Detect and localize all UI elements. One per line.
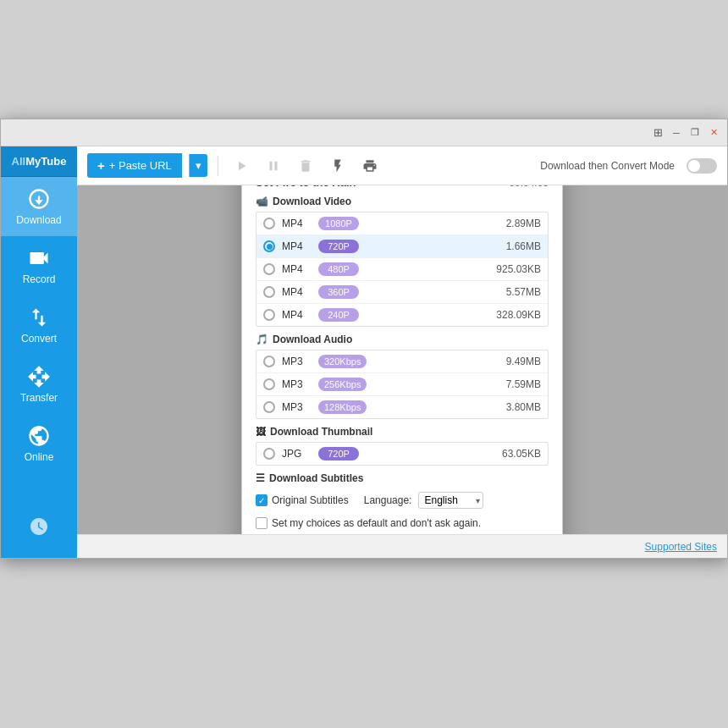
format-name-240p: MP4	[282, 309, 312, 321]
language-select[interactable]: English Spanish French German Japanese C…	[418, 492, 483, 509]
default-choices-checkbox[interactable]	[256, 517, 267, 529]
paste-url-button[interactable]: + + Paste URL	[87, 153, 182, 178]
thumbnail-format-list[interactable]: JPG 720P 63.05KB	[256, 442, 549, 466]
boost-button[interactable]	[325, 155, 350, 177]
pause-button[interactable]	[261, 155, 286, 177]
format-row-jpg-720[interactable]: JPG 720P 63.05KB	[256, 443, 548, 465]
sidebar-item-online[interactable]: Online	[1, 414, 77, 473]
format-size-480p: 925.03KB	[496, 263, 541, 275]
subtitles-row: ✓ Original Subtitles Language: English S…	[256, 488, 549, 512]
format-quality-mp3-320: 320Kbps	[318, 355, 367, 368]
video-title: Set Fire to the Rain	[256, 185, 356, 189]
format-row-mp4-360p[interactable]: MP4 360P 5.57MB	[256, 281, 548, 304]
format-name-360p: MP4	[282, 286, 312, 298]
format-quality-jpg: 720P	[318, 447, 359, 461]
format-row-mp3-256[interactable]: MP3 256Kbps 7.59MB	[256, 373, 548, 396]
sidebar: AllMyTube Download Record Convert Transf…	[1, 146, 77, 558]
sidebar-item-record-label: Record	[23, 273, 56, 285]
video-format-list[interactable]: MP4 1080P 2.89MB MP4 720P 1.66MB	[256, 212, 549, 327]
video-section-label: Download Video	[273, 196, 351, 207]
bolt-icon	[330, 158, 345, 174]
convert-button[interactable]	[357, 155, 383, 177]
format-size-720p: 1.66MB	[506, 240, 541, 252]
transfer-nav-icon	[27, 365, 51, 389]
section-audio-header: 🎵 Download Audio	[256, 334, 549, 345]
sidebar-item-record[interactable]: Record	[1, 236, 77, 295]
trash-icon	[298, 158, 313, 174]
default-choices-text: Set my choices as default and don't ask …	[272, 517, 481, 529]
video-title-row: Set Fire to the Rain 00:04:03	[256, 185, 549, 189]
format-size-jpg: 63.05KB	[502, 448, 541, 460]
minimize-button[interactable]: ─	[670, 126, 683, 140]
download-nav-icon	[27, 187, 51, 211]
original-subtitles-label[interactable]: ✓ Original Subtitles	[256, 494, 349, 506]
toolbar-separator-1	[218, 156, 218, 176]
supported-sites-link[interactable]: Supported Sites	[645, 541, 717, 553]
radio-mp4-1080p[interactable]	[263, 218, 275, 229]
record-nav-icon	[27, 246, 51, 270]
original-subtitles-text: Original Subtitles	[272, 494, 349, 506]
clock-icon[interactable]	[20, 508, 58, 549]
close-button[interactable]: ✕	[707, 126, 720, 140]
thumbnail-section-icon: 🖼	[256, 426, 266, 438]
radio-mp3-320[interactable]	[263, 356, 275, 367]
restore-button[interactable]: ❐	[688, 126, 702, 140]
format-quality-1080p: 1080P	[318, 217, 359, 230]
sidebar-item-transfer[interactable]: Transfer	[1, 355, 77, 414]
app-logo: AllMyTube	[1, 146, 77, 177]
format-size-1080p: 2.89MB	[506, 218, 541, 229]
sidebar-item-online-label: Online	[25, 451, 54, 463]
sidebar-item-download-label: Download	[16, 214, 61, 226]
radio-mp3-256[interactable]	[263, 378, 275, 390]
original-subtitles-checkbox[interactable]: ✓	[256, 494, 267, 506]
section-subtitles-header: ☰ Download Subtitles	[256, 472, 549, 484]
default-choices-label[interactable]: Set my choices as default and don't ask …	[256, 517, 481, 529]
section-video-header: 📹 Download Video	[256, 196, 549, 207]
section-thumbnail-header: 🖼 Download Thumbnail	[256, 426, 549, 438]
radio-mp4-360p[interactable]	[263, 286, 275, 298]
format-quality-720p: 720P	[318, 240, 359, 253]
play-button[interactable]	[229, 155, 254, 177]
clock-svg	[29, 516, 49, 537]
format-row-mp3-128[interactable]: MP3 128Kbps 3.80MB	[256, 396, 548, 418]
format-name-mp3-128: MP3	[282, 401, 312, 413]
content-area: + + Paste URL ▾	[77, 146, 727, 558]
language-select-wrapper: English Spanish French German Japanese C…	[418, 492, 483, 509]
format-name-mp3-256: MP3	[282, 378, 312, 390]
format-row-mp4-480p[interactable]: MP4 480P 925.03KB	[256, 258, 548, 281]
app-window: ⊞ ─ ❐ ✕ AllMyTube Download Record Conver…	[0, 119, 728, 559]
format-row-mp3-320[interactable]: MP3 320Kbps 9.49MB	[256, 350, 548, 373]
sidebar-item-convert[interactable]: Convert	[1, 295, 77, 355]
radio-jpg-720[interactable]	[263, 448, 275, 460]
play-icon	[234, 158, 249, 174]
format-quality-mp3-128: 128Kbps	[318, 400, 367, 414]
format-name-720p: MP4	[282, 240, 312, 252]
audio-format-list[interactable]: MP3 320Kbps 9.49MB MP3 256Kbps 7.59MB	[256, 350, 549, 419]
thumbnail-section-label: Download Thumbnail	[270, 426, 372, 438]
radio-mp4-240p[interactable]	[263, 309, 275, 321]
format-name-mp3-320: MP3	[282, 356, 312, 367]
video-duration: 00:04:03	[509, 185, 549, 189]
default-choices-row: Set my choices as default and don't ask …	[256, 517, 549, 529]
format-size-240p: 328.09KB	[496, 309, 541, 321]
download-dialog: http://www.youtube.com/watch?v=a2giXO6ey…	[241, 185, 563, 534]
radio-mp4-480p[interactable]	[263, 263, 275, 275]
delete-button[interactable]	[293, 155, 318, 177]
format-size-360p: 5.57MB	[506, 286, 541, 298]
radio-mp4-720p[interactable]	[263, 240, 275, 252]
format-row-mp4-1080p[interactable]: MP4 1080P 2.89MB	[256, 212, 548, 235]
radio-mp3-128[interactable]	[263, 401, 275, 413]
format-row-mp4-240p[interactable]: MP4 240P 328.09KB	[256, 304, 548, 326]
audio-section-icon: 🎵	[256, 334, 268, 345]
subtitles-section-label: Download Subtitles	[269, 472, 363, 484]
download-mode-toggle[interactable]	[687, 158, 717, 174]
format-size-mp3-256: 7.59MB	[506, 378, 541, 390]
pin-button[interactable]: ⊞	[651, 126, 665, 140]
format-row-mp4-720p[interactable]: MP4 720P 1.66MB	[256, 235, 548, 258]
download-mode-label: Download then Convert Mode	[540, 160, 675, 172]
modal-body: Set Fire to the Rain 00:04:03 📹 Download…	[242, 185, 562, 534]
sidebar-item-convert-label: Convert	[21, 333, 57, 345]
plus-icon: +	[97, 158, 105, 173]
paste-url-dropdown-button[interactable]: ▾	[189, 154, 207, 177]
sidebar-item-download[interactable]: Download	[1, 177, 77, 236]
